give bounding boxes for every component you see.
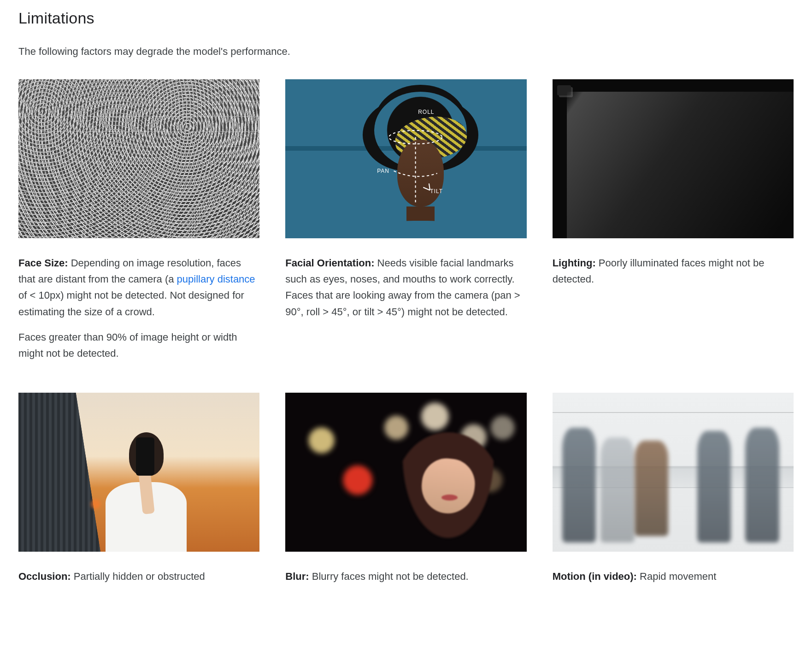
illustration-blur (285, 393, 526, 552)
card-blur-desc: Blur: Blurry faces might not be detected… (285, 568, 526, 584)
card-face-size-desc: Face Size: Depending on image resolution… (18, 255, 259, 320)
card-body-post: of < 10px) might not be detected. Not de… (18, 289, 244, 317)
illustration-motion (553, 393, 794, 552)
card-facial-orientation: ROLL PAN TILT Facial Orientation: Needs … (285, 79, 526, 371)
card-blur: Blur: Blurry faces might not be detected… (285, 393, 526, 594)
card-face-size-extra: Faces greater than 90% of image height o… (18, 329, 259, 361)
section-heading: Limitations (18, 6, 794, 30)
card-lighting-desc: Lighting: Poorly illuminated faces might… (553, 255, 794, 287)
card-occlusion: Occlusion: Partially hidden or obstructe… (18, 393, 259, 594)
card-title: Motion (in video): (553, 571, 637, 582)
illustration-facial-orientation: ROLL PAN TILT (285, 79, 526, 238)
card-body: Partially hidden or obstructed (71, 571, 205, 582)
orientation-label-roll: ROLL (418, 108, 434, 117)
orientation-label-tilt: TILT (430, 187, 443, 196)
card-title: Face Size: (18, 257, 68, 269)
limitations-grid: Face Size: Depending on image resolution… (18, 79, 794, 594)
pupillary-distance-link[interactable]: pupillary distance (177, 273, 255, 285)
card-body: Blurry faces might not be detected. (309, 571, 469, 582)
section-intro: The following factors may degrade the mo… (18, 43, 794, 59)
card-title: Blur: (285, 571, 309, 582)
card-motion: Motion (in video): Rapid movement (553, 393, 794, 594)
orientation-label-pan: PAN (377, 167, 389, 176)
card-lighting: Lighting: Poorly illuminated faces might… (553, 79, 794, 371)
card-title: Lighting: (553, 257, 596, 269)
card-facial-orientation-desc: Facial Orientation: Needs visible facial… (285, 255, 526, 320)
card-occlusion-desc: Occlusion: Partially hidden or obstructe… (18, 568, 259, 584)
illustration-lighting (553, 79, 794, 238)
card-motion-desc: Motion (in video): Rapid movement (553, 568, 794, 584)
card-title: Occlusion: (18, 571, 71, 582)
card-body: Rapid movement (637, 571, 716, 582)
card-face-size: Face Size: Depending on image resolution… (18, 79, 259, 371)
illustration-occlusion (18, 393, 259, 552)
card-title: Facial Orientation: (285, 257, 374, 269)
illustration-face-size (18, 79, 259, 238)
